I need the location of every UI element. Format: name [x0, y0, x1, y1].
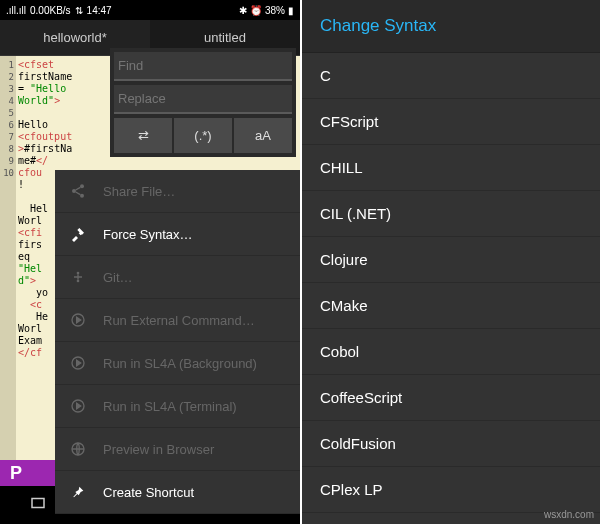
battery-icon: ▮ — [288, 5, 294, 16]
menu-item-label: Share File… — [103, 184, 175, 199]
menu-item-label: Run in SL4A (Background) — [103, 356, 257, 371]
menu-item-label: Run in SL4A (Terminal) — [103, 399, 237, 414]
svg-rect-9 — [32, 499, 44, 508]
replace-input[interactable] — [114, 85, 292, 114]
globe-icon — [69, 440, 87, 458]
menu-item-label: Create Shortcut — [103, 485, 194, 500]
syntax-item-chill[interactable]: CHILL — [302, 145, 600, 191]
pin-icon — [69, 483, 87, 501]
syntax-list[interactable]: CCFScriptCHILLCIL (.NET)ClojureCMakeCobo… — [302, 53, 600, 524]
menu-item-git: Git… — [55, 256, 300, 299]
menu-item-run-in-sl-a-terminal: Run in SL4A (Terminal) — [55, 385, 300, 428]
syntax-item-c[interactable]: C — [302, 53, 600, 99]
signal-icon: .ıll.ıll — [6, 5, 26, 16]
svg-point-2 — [80, 194, 84, 198]
left-screenshot: .ıll.ıll 0.00KB/s ⇅ 14:47 ✱ ⏰ 38% ▮ hell… — [0, 0, 300, 524]
menu-item-run-external-command: Run External Command… — [55, 299, 300, 342]
syntax-item-cil-net-[interactable]: CIL (.NET) — [302, 191, 600, 237]
find-input[interactable] — [114, 52, 292, 81]
find-replace-panel: ⇄ (.*) aA — [110, 48, 296, 157]
menu-item-label: Git… — [103, 270, 133, 285]
data-speed: 0.00KB/s — [30, 5, 71, 16]
menu-item-share-file: Share File… — [55, 170, 300, 213]
syntax-item-coffeescript[interactable]: CoffeeScript — [302, 375, 600, 421]
play-icon — [69, 354, 87, 372]
menu-item-run-in-sl-a-background: Run in SL4A (Background) — [55, 342, 300, 385]
recent-apps-icon[interactable] — [29, 494, 47, 516]
status-bar: .ıll.ıll 0.00KB/s ⇅ 14:47 ✱ ⏰ 38% ▮ — [0, 0, 300, 20]
syntax-item-cmake[interactable]: CMake — [302, 283, 600, 329]
play-icon — [69, 397, 87, 415]
share-icon — [69, 182, 87, 200]
context-menu: Share File…Force Syntax…Git…Run External… — [55, 170, 300, 514]
syntax-dialog-title: Change Syntax — [302, 0, 600, 53]
syntax-item-cobol[interactable]: Cobol — [302, 329, 600, 375]
cycle-button[interactable]: ⇄ — [114, 118, 172, 153]
regex-button[interactable]: (.*) — [174, 118, 232, 153]
battery-percent: 38% — [265, 5, 285, 16]
menu-item-label: Force Syntax… — [103, 227, 193, 242]
menu-item-preview-in-browser: Preview in Browser — [55, 428, 300, 471]
svg-point-3 — [77, 272, 80, 275]
menu-item-force-syntax[interactable]: Force Syntax… — [55, 213, 300, 256]
syntax-item-coldfusion[interactable]: ColdFusion — [302, 421, 600, 467]
hammer-icon — [69, 225, 87, 243]
right-screenshot: Change Syntax CCFScriptCHILLCIL (.NET)Cl… — [300, 0, 600, 524]
svg-point-1 — [72, 189, 76, 193]
syntax-item-cplex-lp[interactable]: CPlex LP — [302, 467, 600, 513]
line-gutter: 1 2 3 4 5 6 7 8 9 10 — [0, 56, 16, 460]
case-button[interactable]: aA — [234, 118, 292, 153]
status-time: 14:47 — [87, 5, 112, 16]
svg-point-0 — [80, 184, 84, 188]
menu-item-create-shortcut[interactable]: Create Shortcut — [55, 471, 300, 514]
syntax-item-clojure[interactable]: Clojure — [302, 237, 600, 283]
svg-point-4 — [77, 280, 80, 283]
play-icon — [69, 311, 87, 329]
transfer-icon: ⇅ — [75, 5, 83, 16]
menu-item-label: Preview in Browser — [103, 442, 214, 457]
bluetooth-icon: ✱ — [239, 5, 247, 16]
git-icon — [69, 268, 87, 286]
syntax-item-cfscript[interactable]: CFScript — [302, 99, 600, 145]
menu-item-label: Run External Command… — [103, 313, 255, 328]
watermark: wsxdn.com — [544, 509, 594, 520]
alarm-icon: ⏰ — [250, 5, 262, 16]
